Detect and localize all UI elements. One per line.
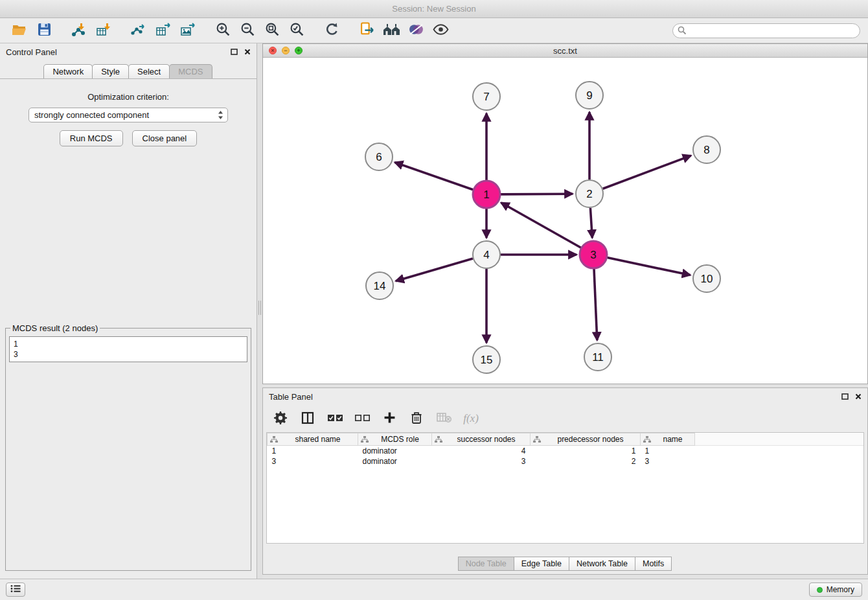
node-table-container[interactable]: shared nameMCDS rolesuccessor nodesprede… xyxy=(266,432,864,544)
network-node-11[interactable]: 11 xyxy=(584,343,611,371)
delete-column-button[interactable] xyxy=(408,410,425,427)
tab-mcds[interactable]: MCDS xyxy=(169,64,212,78)
zoom-fit-button[interactable] xyxy=(260,20,284,41)
function-builder-button[interactable]: f(x) xyxy=(463,410,479,427)
zoom-selected-button[interactable] xyxy=(285,20,308,41)
mcds-result-box[interactable]: 13 xyxy=(9,336,247,362)
tab-edge-table[interactable]: Edge Table xyxy=(514,557,569,571)
cell-name[interactable]: 1 xyxy=(641,446,695,456)
column-header-shared-name[interactable]: shared name xyxy=(268,433,358,446)
network-node-3[interactable]: 3 xyxy=(580,241,607,268)
column-type-icon xyxy=(361,436,369,443)
network-node-15[interactable]: 15 xyxy=(473,346,500,373)
network-node-14[interactable]: 14 xyxy=(366,272,393,299)
run-mcds-button[interactable]: Run MCDS xyxy=(60,130,123,146)
tab-motifs[interactable]: Motifs xyxy=(635,557,672,571)
zoom-in-button[interactable] xyxy=(211,20,234,41)
tab-select[interactable]: Select xyxy=(128,64,170,78)
memory-button[interactable]: Memory xyxy=(809,583,862,597)
table-toolbar: f(x) xyxy=(263,405,867,432)
home-button[interactable] xyxy=(380,20,403,41)
cell-shared-name[interactable]: 1 xyxy=(268,446,358,456)
network-node-6[interactable]: 6 xyxy=(365,143,393,170)
cell-predecessor-nodes[interactable]: 2 xyxy=(531,456,641,467)
criterion-dropdown[interactable]: strongly connected component xyxy=(29,108,228,122)
show-columns-button[interactable] xyxy=(299,410,316,427)
network-node-9[interactable]: 9 xyxy=(576,82,603,109)
panel-splitter[interactable] xyxy=(257,43,262,579)
import-network-button[interactable] xyxy=(67,20,91,41)
close-panel-button[interactable]: Close panel xyxy=(132,130,198,146)
cell-successor-nodes[interactable]: 4 xyxy=(432,446,531,456)
export-table-button[interactable] xyxy=(152,20,175,41)
column-header-predecessor-nodes[interactable]: predecessor nodes xyxy=(531,433,641,446)
column-header-name[interactable]: name xyxy=(641,433,695,446)
cell-mcds-role[interactable]: dominator xyxy=(358,446,432,456)
memory-label: Memory xyxy=(827,585,854,594)
network-node-4[interactable]: 4 xyxy=(473,241,500,268)
save-icon xyxy=(38,23,51,38)
deselect-all-columns-button[interactable] xyxy=(354,410,371,427)
column-type-icon xyxy=(643,436,651,443)
edge-2-8[interactable] xyxy=(603,156,691,189)
network-canvas[interactable]: 7968124314101511 xyxy=(263,58,867,384)
node-label: 2 xyxy=(586,188,592,200)
cell-predecessor-nodes[interactable]: 1 xyxy=(531,446,641,456)
float-panel-icon[interactable] xyxy=(841,392,849,402)
network-node-7[interactable]: 7 xyxy=(473,83,500,110)
save-session-button[interactable] xyxy=(32,20,56,41)
export-document-button[interactable] xyxy=(355,20,378,41)
delete-table-button[interactable] xyxy=(435,410,452,427)
title-bar[interactable]: Session: New Session xyxy=(0,0,868,18)
edge-3-10[interactable] xyxy=(608,258,691,275)
cell-name[interactable]: 3 xyxy=(641,456,695,467)
close-panel-icon[interactable] xyxy=(244,47,251,57)
edge-3-1[interactable] xyxy=(501,203,581,248)
export-image-button[interactable] xyxy=(176,20,200,41)
close-window-icon[interactable]: × xyxy=(269,47,277,54)
network-node-10[interactable]: 10 xyxy=(693,265,720,292)
network-window-titlebar[interactable]: scc.txt × − + xyxy=(263,44,867,58)
network-node-2[interactable]: 2 xyxy=(576,180,603,207)
network-node-8[interactable]: 8 xyxy=(693,136,720,163)
search-input[interactable] xyxy=(672,23,860,38)
refresh-layout-button[interactable] xyxy=(320,20,343,41)
tab-network-table[interactable]: Network Table xyxy=(569,557,635,571)
task-history-button[interactable] xyxy=(6,583,25,597)
table-row[interactable]: 3dominator323 xyxy=(268,456,864,467)
eye-button[interactable] xyxy=(429,20,452,41)
column-header-mcds-role[interactable]: MCDS role xyxy=(358,433,432,446)
export-network-button[interactable] xyxy=(127,20,150,41)
cell-shared-name[interactable]: 3 xyxy=(268,456,358,467)
node-label: 4 xyxy=(483,249,489,261)
edge-1-6[interactable] xyxy=(395,163,474,190)
edge-4-14[interactable] xyxy=(396,259,473,281)
edge-3-11[interactable] xyxy=(594,269,597,340)
maximize-window-icon[interactable]: + xyxy=(295,47,303,54)
table-settings-button[interactable] xyxy=(272,410,289,427)
network-graph[interactable]: 7968124314101511 xyxy=(263,58,867,384)
network-node-1[interactable]: 1 xyxy=(473,181,500,208)
table-panel: Table Panel xyxy=(262,387,868,575)
edge-1-2[interactable] xyxy=(501,194,573,194)
float-panel-icon[interactable] xyxy=(231,47,238,57)
import-table-button[interactable] xyxy=(92,20,115,41)
tab-style[interactable]: Style xyxy=(92,64,129,78)
optimization-criterion-label: Optimization criterion: xyxy=(0,92,257,102)
open-session-button[interactable] xyxy=(8,20,31,41)
zoom-out-button[interactable] xyxy=(236,20,259,41)
minimize-window-icon[interactable]: − xyxy=(282,47,290,54)
column-header-successor-nodes[interactable]: successor nodes xyxy=(432,433,531,446)
folder-open-icon xyxy=(12,23,27,38)
table-row[interactable]: 1dominator411 xyxy=(268,446,864,456)
create-column-button[interactable] xyxy=(381,410,398,427)
tab-network[interactable]: Network xyxy=(43,64,93,78)
cell-successor-nodes[interactable]: 3 xyxy=(432,456,531,467)
table-body: 1dominator4113dominator323 xyxy=(268,446,864,467)
tab-node-table[interactable]: Node Table xyxy=(458,557,514,571)
edge-2-3[interactable] xyxy=(590,208,592,238)
cell-mcds-role[interactable]: dominator xyxy=(358,456,432,467)
venn-button[interactable] xyxy=(404,20,428,41)
close-panel-icon[interactable] xyxy=(855,392,862,402)
select-all-columns-button[interactable] xyxy=(326,410,343,427)
